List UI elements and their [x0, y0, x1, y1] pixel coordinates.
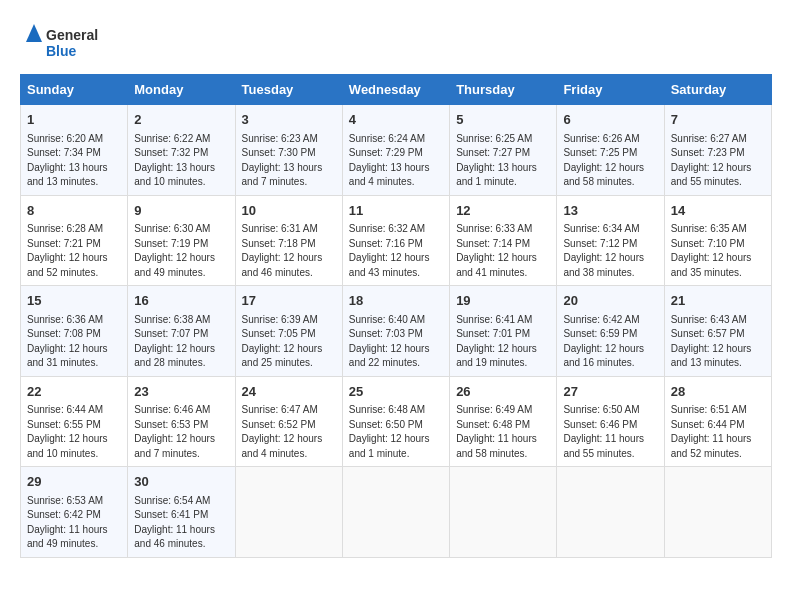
calendar-cell: 7Sunrise: 6:27 AMSunset: 7:23 PMDaylight… [664, 105, 771, 196]
calendar-cell: 1Sunrise: 6:20 AMSunset: 7:34 PMDaylight… [21, 105, 128, 196]
calendar-cell: 6Sunrise: 6:26 AMSunset: 7:25 PMDaylight… [557, 105, 664, 196]
calendar-cell: 14Sunrise: 6:35 AMSunset: 7:10 PMDayligh… [664, 195, 771, 286]
calendar-table: SundayMondayTuesdayWednesdayThursdayFrid… [20, 74, 772, 558]
col-header-tuesday: Tuesday [235, 75, 342, 105]
col-header-thursday: Thursday [450, 75, 557, 105]
day-number: 15 [27, 291, 121, 311]
calendar-cell: 5Sunrise: 6:25 AMSunset: 7:27 PMDaylight… [450, 105, 557, 196]
calendar-cell: 25Sunrise: 6:48 AMSunset: 6:50 PMDayligh… [342, 376, 449, 467]
calendar-cell: 26Sunrise: 6:49 AMSunset: 6:48 PMDayligh… [450, 376, 557, 467]
day-info: Sunrise: 6:30 AMSunset: 7:19 PMDaylight:… [134, 222, 228, 280]
calendar-week-4: 22Sunrise: 6:44 AMSunset: 6:55 PMDayligh… [21, 376, 772, 467]
day-number: 7 [671, 110, 765, 130]
day-info: Sunrise: 6:31 AMSunset: 7:18 PMDaylight:… [242, 222, 336, 280]
day-number: 8 [27, 201, 121, 221]
calendar-cell: 19Sunrise: 6:41 AMSunset: 7:01 PMDayligh… [450, 286, 557, 377]
calendar-cell: 15Sunrise: 6:36 AMSunset: 7:08 PMDayligh… [21, 286, 128, 377]
calendar-cell [450, 467, 557, 558]
day-number: 9 [134, 201, 228, 221]
calendar-cell: 28Sunrise: 6:51 AMSunset: 6:44 PMDayligh… [664, 376, 771, 467]
day-number: 28 [671, 382, 765, 402]
col-header-monday: Monday [128, 75, 235, 105]
day-info: Sunrise: 6:24 AMSunset: 7:29 PMDaylight:… [349, 132, 443, 190]
day-number: 23 [134, 382, 228, 402]
calendar-cell: 24Sunrise: 6:47 AMSunset: 6:52 PMDayligh… [235, 376, 342, 467]
calendar-cell: 8Sunrise: 6:28 AMSunset: 7:21 PMDaylight… [21, 195, 128, 286]
day-number: 25 [349, 382, 443, 402]
day-number: 19 [456, 291, 550, 311]
day-info: Sunrise: 6:46 AMSunset: 6:53 PMDaylight:… [134, 403, 228, 461]
calendar-cell: 3Sunrise: 6:23 AMSunset: 7:30 PMDaylight… [235, 105, 342, 196]
day-info: Sunrise: 6:32 AMSunset: 7:16 PMDaylight:… [349, 222, 443, 280]
svg-marker-2 [26, 24, 42, 42]
calendar-cell: 17Sunrise: 6:39 AMSunset: 7:05 PMDayligh… [235, 286, 342, 377]
calendar-week-5: 29Sunrise: 6:53 AMSunset: 6:42 PMDayligh… [21, 467, 772, 558]
page-header: General Blue [20, 20, 772, 64]
day-info: Sunrise: 6:20 AMSunset: 7:34 PMDaylight:… [27, 132, 121, 190]
day-number: 3 [242, 110, 336, 130]
day-number: 4 [349, 110, 443, 130]
day-info: Sunrise: 6:42 AMSunset: 6:59 PMDaylight:… [563, 313, 657, 371]
day-number: 21 [671, 291, 765, 311]
day-number: 13 [563, 201, 657, 221]
calendar-cell [557, 467, 664, 558]
calendar-cell: 18Sunrise: 6:40 AMSunset: 7:03 PMDayligh… [342, 286, 449, 377]
day-info: Sunrise: 6:50 AMSunset: 6:46 PMDaylight:… [563, 403, 657, 461]
calendar-cell: 9Sunrise: 6:30 AMSunset: 7:19 PMDaylight… [128, 195, 235, 286]
calendar-cell: 2Sunrise: 6:22 AMSunset: 7:32 PMDaylight… [128, 105, 235, 196]
day-number: 17 [242, 291, 336, 311]
day-info: Sunrise: 6:28 AMSunset: 7:21 PMDaylight:… [27, 222, 121, 280]
logo: General Blue [20, 20, 100, 64]
day-info: Sunrise: 6:22 AMSunset: 7:32 PMDaylight:… [134, 132, 228, 190]
day-info: Sunrise: 6:47 AMSunset: 6:52 PMDaylight:… [242, 403, 336, 461]
calendar-cell: 13Sunrise: 6:34 AMSunset: 7:12 PMDayligh… [557, 195, 664, 286]
day-number: 29 [27, 472, 121, 492]
col-header-sunday: Sunday [21, 75, 128, 105]
calendar-cell: 11Sunrise: 6:32 AMSunset: 7:16 PMDayligh… [342, 195, 449, 286]
day-info: Sunrise: 6:27 AMSunset: 7:23 PMDaylight:… [671, 132, 765, 190]
day-number: 11 [349, 201, 443, 221]
day-number: 16 [134, 291, 228, 311]
calendar-cell: 29Sunrise: 6:53 AMSunset: 6:42 PMDayligh… [21, 467, 128, 558]
logo-svg: General Blue [20, 20, 100, 64]
day-number: 26 [456, 382, 550, 402]
day-info: Sunrise: 6:26 AMSunset: 7:25 PMDaylight:… [563, 132, 657, 190]
day-info: Sunrise: 6:54 AMSunset: 6:41 PMDaylight:… [134, 494, 228, 552]
day-info: Sunrise: 6:36 AMSunset: 7:08 PMDaylight:… [27, 313, 121, 371]
day-info: Sunrise: 6:44 AMSunset: 6:55 PMDaylight:… [27, 403, 121, 461]
calendar-cell: 16Sunrise: 6:38 AMSunset: 7:07 PMDayligh… [128, 286, 235, 377]
day-info: Sunrise: 6:39 AMSunset: 7:05 PMDaylight:… [242, 313, 336, 371]
col-header-saturday: Saturday [664, 75, 771, 105]
calendar-week-2: 8Sunrise: 6:28 AMSunset: 7:21 PMDaylight… [21, 195, 772, 286]
day-info: Sunrise: 6:40 AMSunset: 7:03 PMDaylight:… [349, 313, 443, 371]
day-info: Sunrise: 6:48 AMSunset: 6:50 PMDaylight:… [349, 403, 443, 461]
calendar-cell: 10Sunrise: 6:31 AMSunset: 7:18 PMDayligh… [235, 195, 342, 286]
calendar-cell: 27Sunrise: 6:50 AMSunset: 6:46 PMDayligh… [557, 376, 664, 467]
day-info: Sunrise: 6:25 AMSunset: 7:27 PMDaylight:… [456, 132, 550, 190]
day-number: 6 [563, 110, 657, 130]
calendar-cell [235, 467, 342, 558]
col-header-wednesday: Wednesday [342, 75, 449, 105]
calendar-cell: 21Sunrise: 6:43 AMSunset: 6:57 PMDayligh… [664, 286, 771, 377]
day-info: Sunrise: 6:41 AMSunset: 7:01 PMDaylight:… [456, 313, 550, 371]
calendar-cell: 20Sunrise: 6:42 AMSunset: 6:59 PMDayligh… [557, 286, 664, 377]
day-number: 14 [671, 201, 765, 221]
calendar-cell [342, 467, 449, 558]
day-info: Sunrise: 6:23 AMSunset: 7:30 PMDaylight:… [242, 132, 336, 190]
calendar-week-1: 1Sunrise: 6:20 AMSunset: 7:34 PMDaylight… [21, 105, 772, 196]
day-info: Sunrise: 6:43 AMSunset: 6:57 PMDaylight:… [671, 313, 765, 371]
day-info: Sunrise: 6:34 AMSunset: 7:12 PMDaylight:… [563, 222, 657, 280]
day-number: 12 [456, 201, 550, 221]
calendar-cell: 23Sunrise: 6:46 AMSunset: 6:53 PMDayligh… [128, 376, 235, 467]
svg-text:General: General [46, 27, 98, 43]
day-number: 22 [27, 382, 121, 402]
svg-text:Blue: Blue [46, 43, 77, 59]
day-info: Sunrise: 6:33 AMSunset: 7:14 PMDaylight:… [456, 222, 550, 280]
day-number: 30 [134, 472, 228, 492]
day-number: 2 [134, 110, 228, 130]
day-number: 27 [563, 382, 657, 402]
col-header-friday: Friday [557, 75, 664, 105]
day-info: Sunrise: 6:51 AMSunset: 6:44 PMDaylight:… [671, 403, 765, 461]
calendar-cell: 22Sunrise: 6:44 AMSunset: 6:55 PMDayligh… [21, 376, 128, 467]
day-info: Sunrise: 6:53 AMSunset: 6:42 PMDaylight:… [27, 494, 121, 552]
